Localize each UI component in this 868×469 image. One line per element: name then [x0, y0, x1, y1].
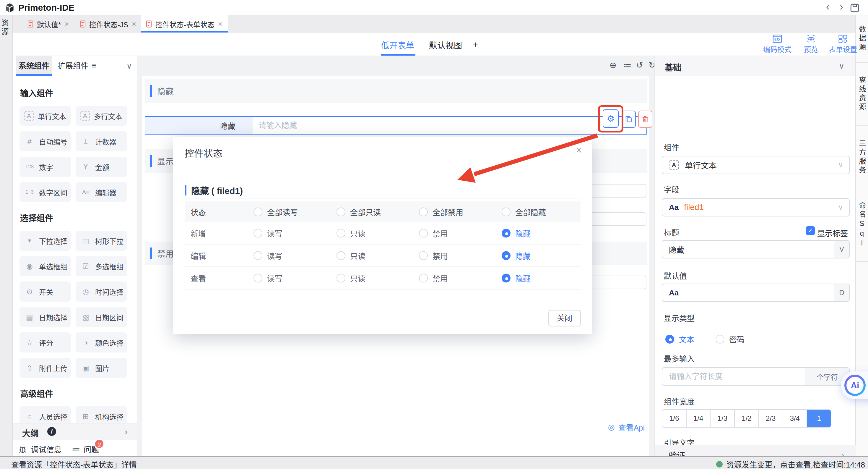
radio-icon[interactable] [337, 273, 345, 283]
radio-option-disabled[interactable]: 禁用 [419, 250, 448, 261]
field-input[interactable] [253, 117, 646, 134]
radio-icon[interactable] [253, 229, 262, 237]
globe-icon[interactable]: ⊕ [610, 60, 616, 70]
default-dynamic-addon[interactable]: D [834, 284, 849, 301]
display-type-text-option[interactable]: 文本 [665, 333, 694, 345]
radio-option-hidden-selected[interactable]: 隐藏 [502, 228, 531, 239]
max-input[interactable] [662, 372, 805, 381]
component-tile-text-single[interactable]: A单行文本 [20, 106, 71, 126]
component-tile-color-picker[interactable]: ◑颜色选择 [75, 332, 127, 352]
radio-option-hidden-selected[interactable]: 隐藏 [502, 250, 531, 261]
component-tile-tree-select[interactable]: ▤树形下拉 [75, 231, 127, 251]
radio-option-readwrite[interactable]: 读写 [253, 228, 282, 239]
radio-icon[interactable] [419, 251, 428, 260]
radio-option-readonly[interactable]: 只读 [337, 228, 366, 239]
tab-default-view[interactable]: 默认视图 [429, 39, 462, 51]
undo-icon[interactable]: ↺ [636, 60, 643, 70]
component-tile-person-select[interactable]: ○人员选择 [20, 406, 71, 423]
close-tab-icon[interactable]: × [132, 20, 136, 29]
rail-tab-named-sql[interactable]: 命名Sql [857, 202, 867, 249]
radio-option-disabled[interactable]: 禁用 [419, 273, 448, 284]
component-tile-text-multi[interactable]: A多行文本 [75, 106, 127, 126]
component-tile-date-picker[interactable]: ▦日期选择 [20, 307, 71, 327]
radio-icon[interactable] [419, 207, 428, 216]
radio-selected-icon[interactable] [502, 273, 510, 283]
default-value-input[interactable] [679, 288, 834, 298]
component-tile-switch[interactable]: ⊙开关 [20, 282, 71, 302]
radio-icon[interactable] [253, 251, 262, 260]
component-tile-date-range[interactable]: ▧日期区间 [75, 307, 127, 327]
component-tile-editor[interactable]: A≡编辑器 [75, 182, 127, 202]
component-tile-image[interactable]: ▣图片 [75, 358, 127, 378]
radio-option-disabled[interactable]: 禁用 [419, 228, 448, 239]
view-api-link[interactable]: ◎ 查看Api [608, 422, 645, 433]
component-tile-counter[interactable]: ±计数器 [75, 131, 127, 151]
rail-tab-resources[interactable]: 资源 [3, 19, 10, 37]
collapse-icon[interactable]: ∨ [839, 61, 844, 71]
component-tile-number-range[interactable]: 1~3数字区间 [20, 182, 71, 202]
modal-close-icon[interactable]: × [572, 144, 585, 156]
tab-extension-components[interactable]: 扩展组件 [55, 56, 91, 76]
ai-assistant-button[interactable]: Ai [841, 372, 868, 399]
component-tile-select[interactable]: ▼下拉选择 [20, 231, 71, 251]
outline-bar[interactable]: 大纲 i › [13, 423, 137, 440]
form-settings-button[interactable]: 表单设置 [824, 34, 862, 54]
radio-option-readonly[interactable]: 只读 [337, 273, 366, 284]
component-select[interactable]: A 单行文本 ∨ [662, 156, 850, 174]
radio-icon[interactable] [502, 207, 510, 216]
nav-back-icon[interactable]: ‹ [821, 1, 834, 13]
panel-header-basic[interactable]: 基础 ∨ [655, 56, 855, 76]
radio-option-all-disabled[interactable]: 全部禁用 [419, 206, 463, 217]
width-option-full[interactable]: 1 [807, 410, 831, 427]
radio-selected-icon[interactable] [665, 335, 674, 344]
component-tile-upload[interactable]: ⇧附件上传 [20, 358, 71, 378]
radio-option-hidden-selected[interactable]: 隐藏 [502, 273, 531, 284]
radio-option-all-hidden[interactable]: 全部隐藏 [502, 206, 546, 217]
component-tile-time-picker[interactable]: ◷时间选择 [75, 282, 127, 302]
radio-option-all-readonly[interactable]: 全部只读 [337, 206, 381, 217]
sidebar-collapse-icon[interactable]: ∨ [126, 61, 132, 71]
radio-option-all-readwrite[interactable]: 全部读写 [253, 206, 298, 217]
width-option-3-4[interactable]: 3/4 [783, 410, 807, 427]
radio-icon[interactable] [253, 207, 262, 216]
selected-field-row[interactable]: 隐藏 [145, 116, 647, 135]
rail-tab-offline-resources[interactable]: 离线资源 [857, 76, 867, 112]
component-tile-amount[interactable]: ¥金额 [75, 157, 127, 177]
add-view-button[interactable]: + [473, 39, 478, 51]
field-select[interactable]: Aa filed1 ∨ [662, 198, 850, 216]
field-copy-button[interactable] [622, 111, 636, 128]
radio-selected-icon[interactable] [502, 251, 510, 260]
code-mode-button[interactable]: 编码模式 [758, 34, 797, 54]
component-tile-radio-group[interactable]: ◉单选框组 [20, 256, 71, 276]
save-icon[interactable] [850, 3, 860, 13]
component-tile-auto-number[interactable]: #自动编号 [20, 131, 71, 151]
debug-info-button[interactable]: 调试信息 [19, 444, 62, 455]
width-option-2-3[interactable]: 2/3 [759, 410, 783, 427]
modal-close-button[interactable]: 关闭 [548, 310, 581, 326]
title-input[interactable] [662, 244, 834, 254]
width-option-1-3[interactable]: 1/3 [711, 410, 735, 427]
outline-expand-icon[interactable]: › [125, 427, 128, 437]
display-type-password-option[interactable]: 密码 [716, 333, 745, 345]
width-option-1-6[interactable]: 1/6 [662, 410, 687, 427]
tab-control-state-js[interactable]: 控件状态-JS × [74, 16, 142, 32]
radio-option-readwrite[interactable]: 读写 [253, 250, 282, 261]
close-tab-icon[interactable]: × [64, 20, 69, 29]
component-tile-checkbox-group[interactable]: ☑多选框组 [75, 256, 127, 276]
width-option-1-4[interactable]: 1/4 [687, 410, 711, 427]
close-tab-icon[interactable]: × [218, 20, 222, 29]
width-option-1-2[interactable]: 1/2 [735, 410, 759, 427]
tab-system-components[interactable]: 系统组件 [16, 56, 52, 76]
field-delete-button[interactable] [638, 111, 652, 128]
radio-icon[interactable] [253, 273, 262, 283]
status-change-notice[interactable]: 资源发生变更，点击查看,检查时间:14:48 [716, 459, 865, 469]
radio-icon[interactable] [337, 207, 345, 216]
tab-default-value[interactable]: 默认值* × [22, 16, 74, 32]
group-header-hidden[interactable]: 隐藏 [145, 79, 647, 103]
title-variable-addon[interactable]: V [834, 241, 849, 258]
radio-icon[interactable] [337, 229, 345, 237]
radio-icon[interactable] [716, 335, 724, 344]
radio-selected-icon[interactable] [502, 229, 510, 237]
radio-icon[interactable] [337, 251, 345, 260]
radio-icon[interactable] [419, 229, 428, 237]
